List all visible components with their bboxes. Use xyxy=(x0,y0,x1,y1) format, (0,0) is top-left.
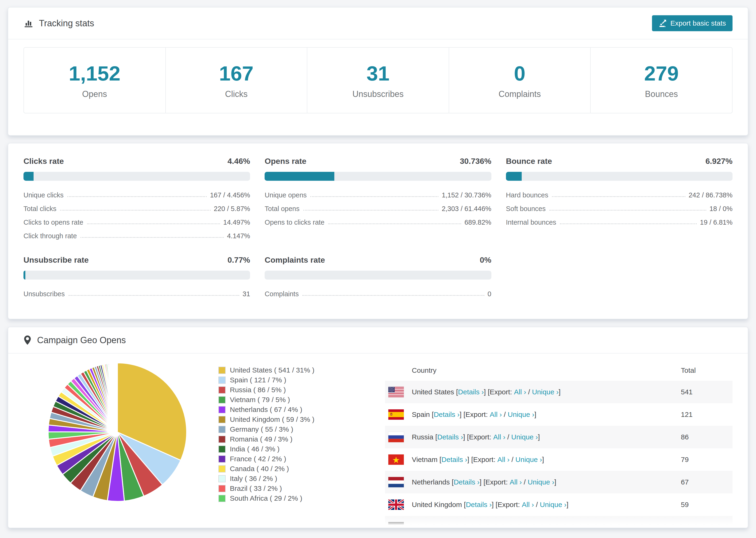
export-all-link-russia[interactable]: All › xyxy=(493,433,506,441)
legend-swatch-vietnam xyxy=(218,396,226,404)
rate-row-total-clicks: Total clicks220 / 5.87% xyxy=(24,201,250,215)
geo-table-row-vietnam: Vietnam [Details ›] [Export: All › / Uni… xyxy=(385,448,732,471)
legend-item-germany: Germany ( 55 / 3% ) xyxy=(218,424,331,434)
row-punctuation: ] xyxy=(554,478,556,486)
export-all-link-spain[interactable]: All › xyxy=(490,410,502,418)
rate-row-opens-to-clicks-rate: Opens to clicks rate689.82% xyxy=(265,215,491,229)
geo-pie-svg xyxy=(46,360,189,504)
details-link-russia[interactable]: Details › xyxy=(437,433,463,441)
rate-complaints-rate: Complaints rate0%Complaints0 xyxy=(265,255,491,300)
dotted-leader xyxy=(560,224,697,224)
vietnam-flag-icon xyxy=(388,455,404,465)
legend-swatch-france xyxy=(218,456,226,463)
export-unique-link-netherlands[interactable]: Unique › xyxy=(528,478,554,486)
legend-item-united-kingdom: United Kingdom ( 59 / 3% ) xyxy=(218,414,331,424)
details-link-vietnam[interactable]: Details › xyxy=(441,456,467,463)
export-all-link-netherlands[interactable]: All › xyxy=(510,478,522,486)
export-unique-link-spain[interactable]: Unique › xyxy=(508,410,534,418)
geo-row-total: 67 xyxy=(681,478,732,486)
export-all-link-united-states[interactable]: All › xyxy=(514,388,526,396)
legend-swatch-germany xyxy=(218,426,226,433)
legend-swatch-canada xyxy=(218,465,226,472)
tracking-stats-title-text: Tracking stats xyxy=(39,18,94,28)
rate-row-value: 18 / 0% xyxy=(710,205,732,213)
dotted-leader xyxy=(328,224,461,224)
row-punctuation: / xyxy=(510,456,515,463)
row-punctuation: / xyxy=(522,478,528,486)
rate-head-opens-rate: Opens rate30.736% xyxy=(265,157,491,166)
export-all-link-vietnam[interactable]: All › xyxy=(498,456,510,463)
stat-bounces: 279Bounces xyxy=(591,48,732,113)
geo-row-country-cell: Netherlands [Details ›] [Export: All › /… xyxy=(388,477,681,487)
row-punctuation: ] [Export: xyxy=(492,501,522,509)
rate-unsubscribe-rate: Unsubscribe rate0.77%Unsubscribes31 xyxy=(24,255,250,300)
rate-row-complaints: Complaints0 xyxy=(265,287,491,300)
rate-row-label: Internal bounces xyxy=(506,219,556,226)
export-basic-stats-button[interactable]: Export basic stats xyxy=(652,15,732,31)
stat-complaints: 0Complaints xyxy=(449,48,591,113)
details-link-spain[interactable]: Details › xyxy=(434,410,459,418)
bar-chart-icon xyxy=(24,18,33,28)
legend-item-canada: Canada ( 40 / 2% ) xyxy=(218,464,331,474)
rate-row-label: Click through rate xyxy=(24,232,77,240)
stat-value-clicks: 167 xyxy=(219,62,253,85)
rate-row-label: Unique opens xyxy=(265,191,307,199)
geo-row-total: 86 xyxy=(681,433,732,441)
legend-item-india: India ( 46 / 3% ) xyxy=(218,444,331,454)
rate-row-hard-bounces: Hard bounces242 / 86.738% xyxy=(506,188,732,201)
legend-label-romania: Romania ( 49 / 3% ) xyxy=(230,435,293,443)
row-punctuation: [ xyxy=(462,501,466,509)
rate-row-unique-clicks: Unique clicks167 / 4.456% xyxy=(24,188,250,201)
dotted-leader xyxy=(67,196,207,197)
rate-opens-rate: Opens rate30.736%Unique opens1,152 / 30.… xyxy=(265,157,491,242)
export-unique-link-russia[interactable]: Unique › xyxy=(511,433,538,441)
rate-value-complaints-rate: 0% xyxy=(480,255,491,265)
row-punctuation: ] [Export: xyxy=(467,456,497,463)
legend-item-russia: Russia ( 86 / 5% ) xyxy=(218,385,331,395)
rate-progressfill-clicks-rate xyxy=(24,172,33,181)
export-unique-link-united-states[interactable]: Unique › xyxy=(532,388,559,396)
export-unique-link-united-kingdom[interactable]: Unique › xyxy=(540,501,566,509)
legend-label-united-kingdom: United Kingdom ( 59 / 3% ) xyxy=(230,415,314,423)
dotted-leader xyxy=(87,224,220,224)
campaign-geo-opens-title-text: Campaign Geo Opens xyxy=(37,335,126,345)
row-punctuation: ] xyxy=(559,388,561,396)
geo-table-row-united-kingdom: United Kingdom [Details ›] [Export: All … xyxy=(385,493,732,516)
legend-swatch-romania xyxy=(218,436,226,443)
map-pin-icon xyxy=(24,335,31,345)
export-icon xyxy=(659,19,667,27)
geo-row-total: 121 xyxy=(681,410,732,418)
rate-value-opens-rate: 30.736% xyxy=(460,157,491,166)
tracking-stats-title: Tracking stats xyxy=(24,18,94,28)
export-basic-stats-label: Export basic stats xyxy=(670,19,726,27)
rate-row-value: 220 / 5.87% xyxy=(214,205,250,213)
rate-row-label: Hard bounces xyxy=(506,191,549,199)
country-name: United Kingdom xyxy=(412,501,462,509)
row-punctuation: [ xyxy=(454,388,458,396)
rate-progressfill-opens-rate xyxy=(265,172,334,181)
row-punctuation: [ xyxy=(438,456,442,463)
rate-row-label: Soft bounces xyxy=(506,205,546,213)
rate-row-value: 242 / 86.738% xyxy=(689,191,732,199)
row-punctuation: [ xyxy=(430,410,434,418)
geo-row-total: 79 xyxy=(681,456,732,463)
dotted-leader xyxy=(549,210,706,211)
details-link-united-kingdom[interactable]: Details › xyxy=(466,501,492,509)
rate-head-clicks-rate: Clicks rate4.46% xyxy=(24,157,250,166)
campaign-geo-opens-body: United States ( 541 / 31% )Spain ( 121 /… xyxy=(8,353,748,528)
details-link-netherlands[interactable]: Details › xyxy=(454,478,479,486)
rate-row-value: 19 / 6.81% xyxy=(700,219,732,226)
export-all-link-united-kingdom[interactable]: All › xyxy=(522,501,534,509)
export-unique-link-vietnam[interactable]: Unique › xyxy=(515,456,542,463)
legend-item-spain: Spain ( 121 / 7% ) xyxy=(218,375,331,385)
legend-label-italy: Italy ( 36 / 2% ) xyxy=(230,475,277,483)
stat-value-bounces: 279 xyxy=(644,62,679,85)
geo-table-row-netherlands: Netherlands [Details ›] [Export: All › /… xyxy=(385,471,732,493)
details-link-united-states[interactable]: Details › xyxy=(458,388,484,396)
row-punctuation: ] xyxy=(538,433,540,441)
row-punctuation: ] xyxy=(567,501,568,509)
geo-row-country-cell: Spain [Details ›] [Export: All › / Uniqu… xyxy=(388,409,681,420)
row-punctuation: ] [Export: xyxy=(463,433,493,441)
rate-value-clicks-rate: 4.46% xyxy=(228,157,250,166)
rate-row-click-through-rate: Click through rate4.147% xyxy=(24,229,250,242)
